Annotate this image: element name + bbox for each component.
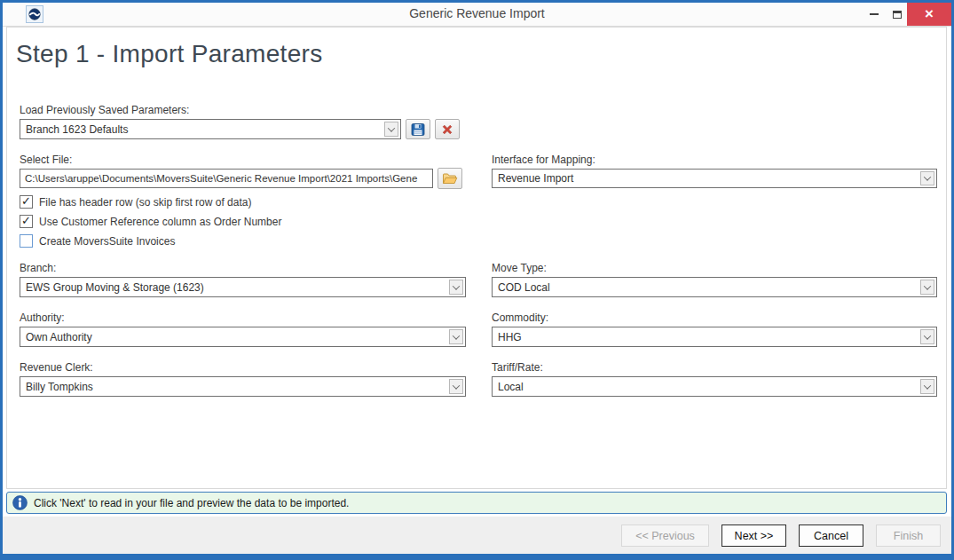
- footer-buttons: << Previous Next >> Cancel Finish: [621, 525, 941, 547]
- header-row-checkbox-label[interactable]: File has header row (so skip first row o…: [39, 196, 251, 209]
- info-icon: [12, 495, 28, 510]
- maximize-icon: [893, 11, 902, 19]
- chevron-down-icon[interactable]: [920, 379, 934, 394]
- cancel-button[interactable]: Cancel: [799, 525, 863, 547]
- folder-open-icon: [442, 172, 458, 185]
- previous-button[interactable]: << Previous: [621, 525, 709, 547]
- chevron-down-icon[interactable]: [449, 379, 463, 394]
- status-bar: Click 'Next' to read in your file and pr…: [6, 492, 947, 514]
- customer-ref-checkbox-label[interactable]: Use Customer Reference column as Order N…: [39, 216, 281, 228]
- saved-params-label: Load Previously Saved Parameters:: [20, 104, 189, 116]
- tariff-rate-combobox[interactable]: Local: [492, 376, 937, 397]
- tariff-rate-value: Local: [498, 377, 917, 396]
- window-title: Generic Revenue Import: [3, 6, 951, 20]
- chevron-down-icon[interactable]: [920, 329, 934, 344]
- dialog-window: Generic Revenue Import × Step 1 - Import…: [0, 0, 954, 560]
- close-button[interactable]: ×: [907, 3, 951, 26]
- save-icon: [411, 122, 425, 137]
- footer-bar: << Previous Next >> Cancel Finish: [3, 517, 951, 554]
- minimize-button[interactable]: [863, 3, 885, 26]
- revenue-clerk-label: Revenue Clerk:: [20, 361, 93, 374]
- commodity-combobox[interactable]: HHG: [492, 327, 937, 347]
- chevron-down-icon[interactable]: [920, 171, 934, 185]
- create-invoices-checkbox-label[interactable]: Create MoversSuite Invoices: [39, 235, 175, 248]
- authority-value: Own Authority: [26, 327, 445, 346]
- status-message: Click 'Next' to read in your file and pr…: [34, 497, 349, 509]
- authority-label: Authority:: [20, 312, 65, 324]
- window-inner: Generic Revenue Import × Step 1 - Import…: [3, 3, 951, 554]
- revenue-clerk-combobox[interactable]: Billy Tompkins: [20, 376, 466, 397]
- close-icon: ×: [925, 5, 934, 23]
- save-parameters-button[interactable]: [406, 119, 430, 139]
- tariff-rate-label: Tariff/Rate:: [492, 361, 543, 374]
- interface-mapping-combobox[interactable]: Revenue Import: [492, 169, 937, 188]
- customer-ref-checkbox[interactable]: [20, 215, 33, 228]
- minimize-icon: [870, 13, 879, 15]
- chevron-down-icon[interactable]: [384, 122, 398, 137]
- maximize-button[interactable]: [887, 3, 908, 26]
- saved-params-combobox[interactable]: Branch 1623 Defaults: [20, 119, 401, 139]
- app-icon: [26, 5, 43, 23]
- delete-x-icon: [440, 122, 454, 137]
- checkbox-row-customer-ref[interactable]: Use Customer Reference column as Order N…: [20, 215, 281, 228]
- select-file-label: Select File:: [20, 154, 72, 166]
- page-title: Step 1 - Import Parameters: [16, 40, 322, 68]
- app-logo-icon: [28, 8, 41, 20]
- delete-parameters-button[interactable]: [435, 119, 460, 139]
- branch-label: Branch:: [20, 262, 56, 274]
- file-path-input[interactable]: C:\Users\aruppe\Documents\MoversSuite\Ge…: [20, 169, 433, 188]
- create-invoices-checkbox[interactable]: [20, 234, 33, 248]
- move-type-combobox[interactable]: COD Local: [492, 277, 937, 297]
- branch-value: EWS Group Moving & Storage (1623): [26, 278, 445, 296]
- interface-mapping-label: Interface for Mapping:: [492, 154, 595, 166]
- chevron-down-icon[interactable]: [920, 280, 934, 295]
- content-panel: Step 1 - Import Parameters Load Previous…: [6, 27, 947, 489]
- authority-combobox[interactable]: Own Authority: [20, 327, 466, 347]
- interface-mapping-value: Revenue Import: [498, 170, 917, 187]
- checkbox-row-create-invoices[interactable]: Create MoversSuite Invoices: [20, 234, 175, 248]
- move-type-value: COD Local: [498, 278, 917, 296]
- file-path-value: C:\Users\aruppe\Documents\MoversSuite\Ge…: [25, 170, 430, 187]
- revenue-clerk-value: Billy Tompkins: [26, 377, 445, 396]
- saved-params-value: Branch 1623 Defaults: [26, 120, 381, 138]
- browse-file-button[interactable]: [438, 168, 462, 189]
- finish-button[interactable]: Finish: [876, 525, 941, 547]
- checkbox-row-header[interactable]: File has header row (so skip first row o…: [20, 195, 251, 209]
- branch-combobox[interactable]: EWS Group Moving & Storage (1623): [20, 277, 466, 297]
- header-row-checkbox[interactable]: [20, 195, 33, 209]
- chevron-down-icon[interactable]: [449, 280, 463, 295]
- chevron-down-icon[interactable]: [449, 329, 463, 344]
- next-button[interactable]: Next >>: [721, 525, 786, 547]
- move-type-label: Move Type:: [492, 262, 547, 274]
- commodity-label: Commodity:: [492, 312, 548, 324]
- title-bar[interactable]: Generic Revenue Import ×: [3, 3, 951, 27]
- commodity-value: HHG: [498, 327, 917, 346]
